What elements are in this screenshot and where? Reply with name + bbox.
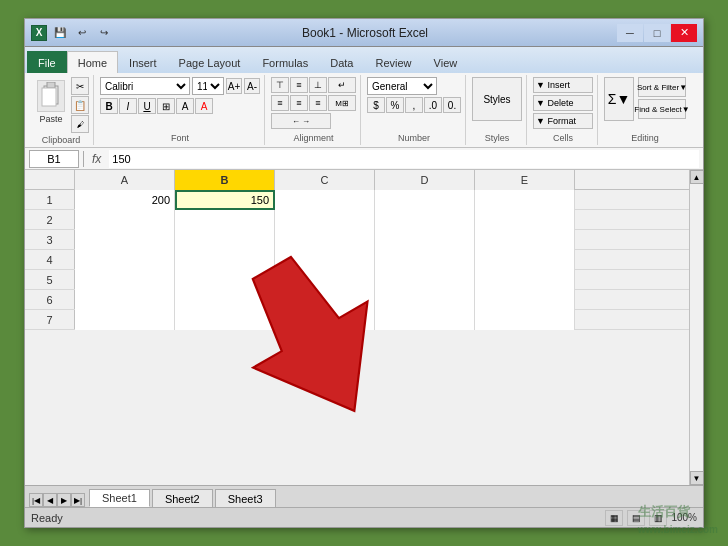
font-color-button[interactable]: A	[195, 98, 213, 114]
formula-input[interactable]	[109, 150, 699, 168]
qat-save-button[interactable]: 💾	[51, 25, 69, 41]
col-header-a[interactable]: A	[75, 170, 175, 190]
align-left-button[interactable]: ≡	[271, 95, 289, 111]
indent-dec-button[interactable]: ← →	[271, 113, 331, 129]
format-painter-button[interactable]: 🖌	[71, 115, 89, 133]
cell-c2[interactable]	[275, 210, 375, 230]
tab-page-layout[interactable]: Page Layout	[168, 51, 252, 73]
wrap-text-button[interactable]: ↵	[328, 77, 356, 93]
cell-b1[interactable]: 150	[175, 190, 275, 210]
tab-file[interactable]: File	[27, 51, 67, 73]
cell-b2[interactable]	[175, 210, 275, 230]
cell-d5[interactable]	[375, 270, 475, 290]
scroll-up-button[interactable]: ▲	[690, 170, 704, 184]
cell-c3[interactable]	[275, 230, 375, 250]
minimize-button[interactable]: ─	[617, 24, 643, 42]
close-button[interactable]: ✕	[671, 24, 697, 42]
cell-b7[interactable]	[175, 310, 275, 330]
copy-button[interactable]: 📋	[71, 96, 89, 114]
page-break-button[interactable]: ▥	[649, 510, 667, 526]
sheet-tab-1[interactable]: Sheet1	[89, 489, 150, 507]
delete-button[interactable]: ▼ Delete	[533, 95, 593, 111]
cell-d2[interactable]	[375, 210, 475, 230]
sort-filter-button[interactable]: Sort & Filter▼	[638, 77, 686, 97]
styles-button[interactable]: Styles	[472, 77, 522, 121]
font-name-select[interactable]: Calibri	[100, 77, 190, 95]
align-bottom-button[interactable]: ⊥	[309, 77, 327, 93]
percent-button[interactable]: %	[386, 97, 404, 113]
cell-d7[interactable]	[375, 310, 475, 330]
cell-c1[interactable]	[275, 190, 375, 210]
find-select-button[interactable]: Find & Select▼	[638, 99, 686, 119]
col-header-d[interactable]: D	[375, 170, 475, 190]
currency-button[interactable]: $	[367, 97, 385, 113]
cell-e1[interactable]	[475, 190, 575, 210]
page-layout-button[interactable]: ▤	[627, 510, 645, 526]
cell-c6[interactable]	[275, 290, 375, 310]
merge-button[interactable]: M⊞	[328, 95, 356, 111]
cell-a5[interactable]	[75, 270, 175, 290]
tab-formulas[interactable]: Formulas	[251, 51, 319, 73]
cell-a2[interactable]	[75, 210, 175, 230]
tab-nav-last-button[interactable]: ▶|	[71, 493, 85, 507]
tab-home[interactable]: Home	[67, 51, 118, 73]
format-button[interactable]: ▼ Format	[533, 113, 593, 129]
font-size-select[interactable]: 11	[192, 77, 224, 95]
qat-redo-button[interactable]: ↪	[95, 25, 113, 41]
cell-b4[interactable]	[175, 250, 275, 270]
italic-button[interactable]: I	[119, 98, 137, 114]
fill-color-button[interactable]: A	[176, 98, 194, 114]
cell-a7[interactable]	[75, 310, 175, 330]
col-header-b[interactable]: B	[175, 170, 275, 190]
bold-button[interactable]: B	[100, 98, 118, 114]
cell-d1[interactable]	[375, 190, 475, 210]
cell-e5[interactable]	[475, 270, 575, 290]
cell-e3[interactable]	[475, 230, 575, 250]
sheet-tab-3[interactable]: Sheet3	[215, 489, 276, 507]
decrease-font-button[interactable]: A-	[244, 78, 260, 94]
increase-decimal-button[interactable]: .0	[424, 97, 442, 113]
cell-a4[interactable]	[75, 250, 175, 270]
autosum-button[interactable]: Σ▼	[604, 77, 634, 121]
col-header-c[interactable]: C	[275, 170, 375, 190]
sheet-tab-2[interactable]: Sheet2	[152, 489, 213, 507]
normal-view-button[interactable]: ▦	[605, 510, 623, 526]
underline-button[interactable]: U	[138, 98, 156, 114]
align-center-button[interactable]: ≡	[290, 95, 308, 111]
tab-data[interactable]: Data	[319, 51, 364, 73]
increase-font-button[interactable]: A+	[226, 78, 242, 94]
cell-c4[interactable]	[275, 250, 375, 270]
cell-a3[interactable]	[75, 230, 175, 250]
cell-e4[interactable]	[475, 250, 575, 270]
cell-c5[interactable]	[275, 270, 375, 290]
scroll-down-button[interactable]: ▼	[690, 471, 704, 485]
cell-a1[interactable]: 200	[75, 190, 175, 210]
tab-review[interactable]: Review	[364, 51, 422, 73]
align-top-button[interactable]: ⊤	[271, 77, 289, 93]
cell-e2[interactable]	[475, 210, 575, 230]
cell-b6[interactable]	[175, 290, 275, 310]
qat-undo-button[interactable]: ↩	[73, 25, 91, 41]
cell-d3[interactable]	[375, 230, 475, 250]
cell-a6[interactable]	[75, 290, 175, 310]
restore-button[interactable]: □	[644, 24, 670, 42]
cut-button[interactable]: ✂	[71, 77, 89, 95]
col-header-e[interactable]: E	[475, 170, 575, 190]
cell-c7[interactable]	[275, 310, 375, 330]
cell-reference-box[interactable]	[29, 150, 79, 168]
cell-e7[interactable]	[475, 310, 575, 330]
tab-nav-next-button[interactable]: ▶	[57, 493, 71, 507]
decrease-decimal-button[interactable]: 0.	[443, 97, 461, 113]
border-button[interactable]: ⊞	[157, 98, 175, 114]
cell-e6[interactable]	[475, 290, 575, 310]
tab-nav-prev-button[interactable]: ◀	[43, 493, 57, 507]
paste-button[interactable]: Paste	[33, 77, 69, 127]
tab-view[interactable]: View	[423, 51, 469, 73]
cell-d6[interactable]	[375, 290, 475, 310]
cell-b3[interactable]	[175, 230, 275, 250]
insert-button[interactable]: ▼ Insert	[533, 77, 593, 93]
cell-b5[interactable]	[175, 270, 275, 290]
tab-insert[interactable]: Insert	[118, 51, 168, 73]
number-format-select[interactable]: General	[367, 77, 437, 95]
tab-nav-first-button[interactable]: |◀	[29, 493, 43, 507]
